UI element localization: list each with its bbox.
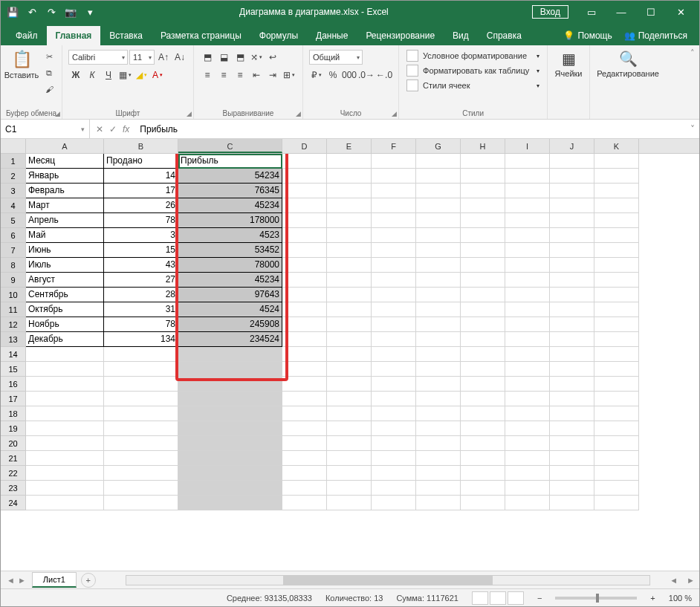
cell[interactable] [282, 273, 327, 288]
cell[interactable] [505, 169, 550, 184]
row-header[interactable]: 11 [1, 302, 26, 317]
cell[interactable] [505, 362, 550, 377]
font-color-button[interactable]: A [150, 68, 165, 82]
cell[interactable] [327, 273, 372, 288]
cell[interactable] [327, 466, 372, 481]
cell[interactable] [550, 436, 594, 451]
cell[interactable] [327, 347, 372, 362]
editing-button[interactable]: 🔍 Редактирование [594, 48, 661, 79]
tab-formulas[interactable]: Формулы [250, 26, 307, 45]
column-header[interactable]: C [178, 139, 282, 153]
cell[interactable] [26, 392, 104, 406]
cell[interactable] [461, 362, 505, 377]
cell[interactable] [594, 228, 639, 243]
cell[interactable] [550, 406, 594, 421]
cell[interactable]: Январь [26, 169, 104, 184]
cell[interactable] [282, 496, 327, 510]
cell[interactable]: 53452 [178, 243, 282, 258]
redo-icon[interactable]: ↷ [45, 6, 57, 18]
cell[interactable]: 54234 [178, 169, 282, 184]
cell[interactable] [327, 406, 372, 421]
row-header[interactable]: 19 [1, 421, 26, 436]
cell[interactable] [178, 406, 282, 421]
row-header[interactable]: 3 [1, 184, 26, 198]
cell[interactable]: 4523 [178, 228, 282, 243]
cell[interactable] [594, 213, 639, 228]
cell[interactable] [372, 243, 416, 258]
cell[interactable] [550, 198, 594, 213]
cell[interactable] [461, 273, 505, 288]
view-page-break-button[interactable] [508, 591, 524, 605]
cell[interactable] [550, 302, 594, 317]
cell[interactable]: 14 [104, 169, 178, 184]
cell[interactable]: Март [26, 198, 104, 213]
collapse-ribbon-icon[interactable]: ˄ [686, 45, 699, 119]
cell[interactable] [550, 258, 594, 273]
cell[interactable] [104, 406, 178, 421]
cell[interactable] [594, 258, 639, 273]
cell[interactable] [594, 347, 639, 362]
cell[interactable] [594, 198, 639, 213]
row-header[interactable]: 17 [1, 392, 26, 406]
cell[interactable] [594, 288, 639, 302]
expand-formula-bar-icon[interactable]: ˅ [686, 124, 699, 134]
cell[interactable] [282, 288, 327, 302]
row-header[interactable]: 22 [1, 466, 26, 481]
cell[interactable]: 15 [104, 243, 178, 258]
cell[interactable] [550, 317, 594, 332]
name-box[interactable]: C1▾ [1, 120, 90, 138]
cell[interactable]: Месяц [26, 154, 104, 169]
row-header[interactable]: 18 [1, 406, 26, 421]
cell[interactable] [505, 154, 550, 169]
camera-icon[interactable]: 📷 [65, 6, 77, 18]
cell[interactable]: 17 [104, 184, 178, 198]
cell[interactable] [282, 466, 327, 481]
wrap-text-icon[interactable]: ↩ [265, 50, 280, 65]
column-header[interactable]: A [26, 139, 104, 153]
cell[interactable] [282, 421, 327, 436]
cell[interactable] [372, 302, 416, 317]
cell[interactable] [594, 466, 639, 481]
cell[interactable] [26, 481, 104, 496]
cell[interactable] [26, 347, 104, 362]
cell[interactable] [178, 347, 282, 362]
cell[interactable] [416, 198, 461, 213]
cell[interactable] [505, 332, 550, 347]
cell[interactable]: 78000 [178, 258, 282, 273]
view-page-layout-button[interactable] [490, 591, 506, 605]
cell[interactable]: 43 [104, 258, 178, 273]
cell[interactable] [104, 466, 178, 481]
cell[interactable] [505, 243, 550, 258]
cell[interactable] [594, 377, 639, 392]
cell[interactable] [372, 481, 416, 496]
cell[interactable] [282, 302, 327, 317]
cell[interactable]: 31 [104, 302, 178, 317]
cell[interactable] [461, 332, 505, 347]
dialog-launcher-icon[interactable]: ◢ [392, 110, 397, 117]
cell[interactable] [282, 347, 327, 362]
cell[interactable] [104, 496, 178, 510]
cell[interactable] [416, 169, 461, 184]
cell[interactable] [461, 302, 505, 317]
cell[interactable]: 78 [104, 213, 178, 228]
row-header[interactable]: 1 [1, 154, 26, 169]
cells-button[interactable]: ▦ Ячейки [552, 48, 585, 79]
tab-data[interactable]: Данные [307, 26, 357, 45]
cell[interactable] [505, 228, 550, 243]
column-header[interactable]: H [461, 139, 505, 153]
row-header[interactable]: 10 [1, 288, 26, 302]
cell[interactable] [282, 362, 327, 377]
cell[interactable] [282, 258, 327, 273]
tab-home[interactable]: Главная [47, 26, 101, 45]
cell[interactable]: 27 [104, 273, 178, 288]
align-left-icon[interactable]: ≡ [200, 68, 215, 82]
cell[interactable] [416, 228, 461, 243]
cell[interactable] [461, 406, 505, 421]
dialog-launcher-icon[interactable]: ◢ [187, 110, 192, 117]
cell[interactable] [505, 198, 550, 213]
shrink-font-icon[interactable]: A↓ [172, 50, 187, 65]
font-size-combo[interactable]: 11 [129, 50, 155, 65]
cell[interactable] [282, 154, 327, 169]
cell[interactable] [550, 347, 594, 362]
cell[interactable] [26, 466, 104, 481]
